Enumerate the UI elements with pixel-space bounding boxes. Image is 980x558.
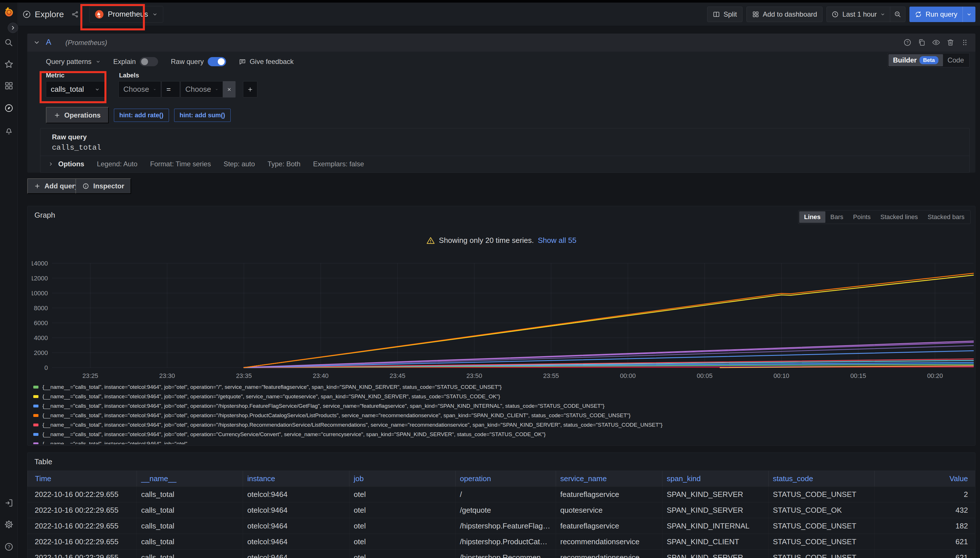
graph-legend: {__name__="calls_total", instance="otelc… bbox=[33, 382, 971, 444]
explain-label: Explain bbox=[113, 57, 136, 66]
series-limit-warning: Showing only 20 time series. Show all 55 bbox=[28, 236, 975, 245]
chart-canvas[interactable]: 0200040006000800010000120001400023:2523:… bbox=[32, 260, 976, 382]
grafana-logo-icon[interactable] bbox=[3, 6, 15, 18]
column-header-time[interactable]: Time bbox=[28, 471, 136, 486]
add-label-filter-button[interactable] bbox=[243, 81, 257, 97]
builder-label: Builder bbox=[893, 56, 917, 64]
graph-style-tabs: Lines Bars Points Stacked lines Stacked … bbox=[798, 210, 970, 224]
favorites-star-icon[interactable] bbox=[4, 59, 14, 69]
legend-color-marker bbox=[33, 395, 38, 398]
settings-gear-icon[interactable] bbox=[4, 520, 14, 529]
table-cell: /hipstershop.ProductCatalogService/ListP… bbox=[455, 534, 556, 550]
split-label: Split bbox=[723, 10, 737, 18]
query-options-row[interactable]: Options Legend: Auto Format: Time series… bbox=[40, 156, 970, 172]
raw-query-toggle[interactable] bbox=[208, 57, 226, 66]
table-cell: /hipstershop.RecommendationService/ListR… bbox=[455, 550, 556, 558]
legend-item[interactable]: {__name__="calls_total", instance="otelc… bbox=[33, 430, 971, 439]
datasource-picker[interactable]: Prometheus bbox=[89, 6, 163, 23]
explain-toggle[interactable] bbox=[140, 57, 158, 66]
column-header-name[interactable]: __name__ bbox=[136, 471, 243, 486]
explore-compass-icon[interactable] bbox=[4, 103, 14, 113]
label-key-select[interactable]: Choose bbox=[118, 81, 161, 97]
label-value-select[interactable]: Choose bbox=[181, 81, 223, 97]
help-circle-icon[interactable]: ? bbox=[903, 38, 912, 47]
query-patterns-dropdown[interactable]: Query patterns bbox=[46, 57, 101, 66]
table-row: 2022-10-16 00:22:29.655calls_totalotelco… bbox=[28, 518, 975, 534]
legend-item[interactable]: {__name__="calls_total", instance="otelc… bbox=[33, 439, 971, 444]
raw-query-preview: Raw query calls_total bbox=[40, 128, 970, 156]
tab-stacked-bars[interactable]: Stacked bars bbox=[923, 211, 969, 223]
timeseries-chart[interactable]: 0200040006000800010000120001400023:2523:… bbox=[32, 260, 976, 382]
legend-series-label: {__name__="calls_total", instance="otelc… bbox=[43, 412, 631, 419]
label-key-placeholder: Choose bbox=[123, 85, 149, 94]
top-strip bbox=[0, 0, 980, 3]
time-range-label: Last 1 hour bbox=[842, 10, 877, 18]
query-toolbar: Query patterns Explain Raw query Give fe… bbox=[46, 54, 294, 69]
legend-item[interactable]: {__name__="calls_total", instance="otelc… bbox=[33, 410, 971, 420]
run-query-dropdown-button[interactable] bbox=[962, 7, 975, 22]
hint-add-sum-button[interactable]: hint: add sum() bbox=[174, 109, 231, 122]
sign-in-icon[interactable] bbox=[4, 498, 14, 508]
options-legend: Legend: Auto bbox=[97, 160, 137, 168]
metric-select[interactable]: calls_total bbox=[46, 81, 105, 97]
column-header-operation[interactable]: operation bbox=[455, 471, 556, 486]
labels-field-label: Labels bbox=[119, 72, 139, 79]
split-button[interactable]: Split bbox=[707, 7, 742, 22]
drag-handle-icon[interactable] bbox=[960, 38, 969, 47]
x-axis-tick-label: 23:25 bbox=[82, 372, 98, 379]
help-icon[interactable]: ? bbox=[4, 542, 14, 552]
table-cell: 182 bbox=[875, 518, 975, 533]
alerting-bell-icon[interactable] bbox=[4, 126, 14, 136]
legend-color-marker bbox=[33, 442, 38, 445]
tab-points[interactable]: Points bbox=[848, 211, 876, 223]
column-header-spankind[interactable]: span_kind bbox=[662, 471, 768, 486]
legend-item[interactable]: {__name__="calls_total", instance="otelc… bbox=[33, 382, 971, 392]
column-header-servicename[interactable]: service_name bbox=[556, 471, 662, 486]
search-icon[interactable] bbox=[4, 38, 14, 48]
copy-query-icon[interactable] bbox=[918, 38, 926, 47]
legend-item[interactable]: {__name__="calls_total", instance="otelc… bbox=[33, 401, 971, 410]
legend-series-label: {__name__="calls_total", instance="otelc… bbox=[43, 403, 605, 409]
column-header-instance[interactable]: instance bbox=[243, 471, 349, 486]
sidebar-expand-button[interactable] bbox=[8, 23, 18, 33]
hide-response-eye-icon[interactable] bbox=[932, 38, 941, 47]
query-ref-id[interactable]: A bbox=[46, 38, 51, 47]
time-picker-group: Last 1 hour bbox=[827, 7, 905, 22]
table-cell: otel bbox=[349, 534, 455, 550]
table-cell: SPAN_KIND_CLIENT bbox=[662, 534, 768, 550]
chevron-down-icon bbox=[152, 11, 158, 17]
run-query-button[interactable]: Run query bbox=[909, 7, 962, 22]
give-feedback-button[interactable]: Give feedback bbox=[239, 57, 293, 66]
label-operator: = bbox=[166, 85, 171, 94]
column-header-statuscode[interactable]: status_code bbox=[768, 471, 875, 486]
column-header-value[interactable]: Value bbox=[875, 471, 975, 486]
zoom-out-button[interactable] bbox=[890, 7, 905, 22]
builder-mode-tab[interactable]: Builder Beta bbox=[888, 54, 943, 66]
table-cell: otel bbox=[349, 487, 455, 502]
code-mode-tab[interactable]: Code bbox=[943, 54, 968, 66]
add-operation-button[interactable]: Operations bbox=[46, 107, 109, 123]
column-header-job[interactable]: job bbox=[349, 471, 455, 486]
label-filter-editor: Choose = Choose bbox=[118, 81, 257, 97]
tab-lines[interactable]: Lines bbox=[799, 211, 825, 223]
remove-label-filter-button[interactable] bbox=[223, 81, 235, 97]
legend-item[interactable]: {__name__="calls_total", instance="otelc… bbox=[33, 420, 971, 430]
add-to-dashboard-button[interactable]: Add to dashboard bbox=[747, 7, 822, 22]
legend-item[interactable]: {__name__="calls_total", instance="otelc… bbox=[33, 392, 971, 401]
tab-stacked-lines[interactable]: Stacked lines bbox=[876, 211, 923, 223]
share-icon[interactable] bbox=[71, 11, 79, 18]
y-axis-tick-label: 8000 bbox=[34, 305, 48, 312]
collapse-chevron-icon[interactable] bbox=[33, 39, 41, 46]
remove-query-trash-icon[interactable] bbox=[946, 38, 955, 47]
label-operator-select[interactable]: = bbox=[161, 81, 180, 97]
plus-icon bbox=[34, 183, 41, 189]
hint-add-rate-button[interactable]: hint: add rate() bbox=[114, 109, 169, 122]
show-all-series-link[interactable]: Show all 55 bbox=[538, 236, 576, 245]
dashboards-icon[interactable] bbox=[4, 81, 14, 90]
tab-bars[interactable]: Bars bbox=[825, 211, 848, 223]
table-row: 2022-10-16 00:22:29.655calls_totalotelco… bbox=[28, 534, 975, 550]
toggle-knob bbox=[141, 58, 148, 65]
time-range-button[interactable]: Last 1 hour bbox=[827, 7, 890, 22]
table-cell: SPAN_KIND_SERVER bbox=[662, 550, 768, 558]
inspector-button[interactable]: Inspector bbox=[76, 178, 131, 194]
